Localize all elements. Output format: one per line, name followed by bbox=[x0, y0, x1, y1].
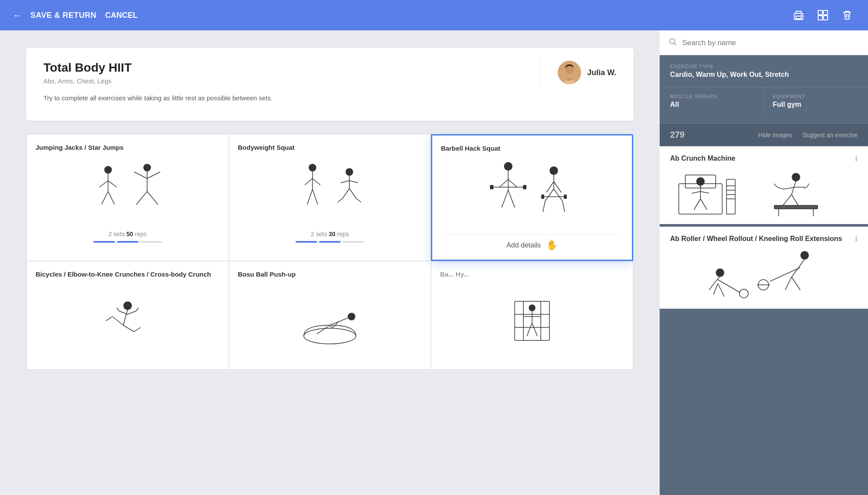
muscle-groups-value: All bbox=[670, 101, 755, 109]
svg-point-114 bbox=[716, 269, 724, 277]
cancel-button[interactable]: CANCEL bbox=[105, 11, 138, 20]
header-left: ← SAVE & RETURN CANCEL bbox=[13, 10, 778, 20]
svg-line-102 bbox=[783, 195, 792, 205]
filter-section: EXERCISE TYPE Cardio, Warm Up, Work Out,… bbox=[660, 55, 868, 88]
exercise-name: Bosu Ball Push-up bbox=[238, 270, 422, 279]
hide-images-button[interactable]: Hide images bbox=[758, 132, 792, 139]
svg-point-2 bbox=[801, 15, 802, 16]
svg-rect-47 bbox=[541, 195, 544, 199]
svg-line-97 bbox=[700, 199, 707, 210]
svg-point-98 bbox=[792, 173, 800, 181]
exercise-count: 279 bbox=[670, 130, 684, 140]
svg-line-80 bbox=[527, 323, 532, 336]
exercise-illustration bbox=[238, 157, 422, 226]
hand-icon: ✋ bbox=[546, 240, 558, 251]
svg-line-42 bbox=[502, 190, 508, 208]
svg-line-41 bbox=[508, 179, 517, 187]
trash-icon[interactable] bbox=[839, 7, 855, 23]
workout-card: Total Body HIIT Abs, Arms, Chest, Legs bbox=[26, 48, 634, 121]
exercise-grid: Jumping Jacks / Star Jumps bbox=[26, 134, 634, 370]
exercise-illustration bbox=[36, 284, 220, 353]
exercise-bars bbox=[238, 241, 422, 243]
svg-line-103 bbox=[792, 195, 798, 205]
svg-line-54 bbox=[562, 201, 565, 212]
svg-line-51 bbox=[545, 189, 554, 201]
svg-line-68 bbox=[317, 325, 330, 334]
equipment-label: EQUIPMENT bbox=[773, 94, 858, 99]
svg-line-29 bbox=[341, 181, 349, 183]
svg-point-55 bbox=[124, 302, 132, 310]
exercise-card[interactable]: Ba... Hy... bbox=[431, 261, 633, 370]
exercise-illustration bbox=[36, 157, 220, 226]
suggest-exercise-button[interactable]: Suggest an exercise bbox=[802, 132, 858, 139]
exercise-stats: 2 sets 50 reps bbox=[36, 231, 220, 238]
svg-line-34 bbox=[356, 198, 361, 202]
svg-point-21 bbox=[309, 164, 316, 171]
exercise-bars bbox=[36, 241, 220, 243]
svg-line-18 bbox=[147, 172, 160, 178]
svg-line-116 bbox=[718, 284, 724, 297]
add-details-row[interactable]: Add details ✋ bbox=[441, 234, 623, 251]
print-icon[interactable] bbox=[791, 7, 806, 23]
add-details-label: Add details bbox=[506, 241, 541, 249]
svg-rect-38 bbox=[490, 185, 493, 189]
svg-point-15 bbox=[144, 164, 151, 171]
svg-point-107 bbox=[801, 251, 809, 259]
svg-line-20 bbox=[147, 191, 158, 205]
svg-line-60 bbox=[134, 327, 141, 332]
svg-line-31 bbox=[343, 188, 349, 198]
exercise-type-label: EXERCISE TYPE bbox=[670, 64, 858, 69]
exercise-card[interactable]: Jumping Jacks / Star Jumps bbox=[26, 134, 229, 261]
info-icon[interactable]: ℹ bbox=[855, 235, 858, 243]
muscle-groups-label: MUSCLE GROUPS bbox=[670, 94, 755, 99]
exercise-illustration bbox=[440, 284, 624, 353]
svg-point-27 bbox=[346, 168, 353, 175]
svg-line-58 bbox=[106, 317, 112, 321]
svg-line-43 bbox=[508, 190, 515, 208]
exercise-card[interactable]: Bosu Ball Push-up bbox=[229, 261, 431, 370]
workout-title-section: Total Body HIIT Abs, Arms, Chest, Legs bbox=[43, 61, 132, 85]
svg-point-9 bbox=[105, 166, 112, 173]
grid-icon[interactable] bbox=[815, 7, 831, 23]
svg-point-66 bbox=[348, 313, 355, 320]
exercise-card-highlighted[interactable]: Barbell Hack Squat bbox=[431, 134, 633, 261]
info-icon[interactable]: ℹ bbox=[855, 155, 858, 163]
back-arrow-icon[interactable]: ← bbox=[13, 10, 22, 20]
svg-rect-39 bbox=[523, 185, 526, 189]
exercise-item-image bbox=[660, 168, 868, 224]
avatar bbox=[558, 61, 581, 84]
svg-line-56 bbox=[123, 310, 128, 325]
workout-title: Total Body HIIT bbox=[43, 61, 132, 75]
svg-line-24 bbox=[312, 178, 320, 185]
svg-line-64 bbox=[136, 308, 138, 311]
svg-line-32 bbox=[338, 198, 343, 202]
svg-line-52 bbox=[543, 201, 545, 212]
svg-line-61 bbox=[119, 311, 128, 314]
main-layout: Total Body HIIT Abs, Arms, Chest, Legs bbox=[0, 30, 868, 495]
exercise-count-row: 279 Hide images Suggest an exercise bbox=[660, 124, 868, 146]
svg-line-26 bbox=[312, 189, 318, 205]
save-return-button[interactable]: SAVE & RETURN bbox=[30, 11, 96, 20]
exercise-illustration bbox=[238, 284, 422, 353]
trainer-name: Julia W. bbox=[587, 68, 616, 77]
left-panel: Total Body HIIT Abs, Arms, Chest, Legs bbox=[0, 30, 660, 495]
header-icons bbox=[791, 7, 855, 23]
svg-point-76 bbox=[529, 305, 535, 311]
svg-line-17 bbox=[134, 172, 147, 178]
svg-line-11 bbox=[99, 181, 108, 187]
list-item[interactable]: Ab Crunch Machine ℹ bbox=[660, 146, 868, 224]
svg-line-81 bbox=[532, 323, 537, 336]
search-input[interactable] bbox=[682, 39, 859, 47]
exercise-card[interactable]: Bodyweight Squat bbox=[229, 134, 431, 261]
list-item[interactable]: Ab Roller / Wheel Rollout / Kneeling Rol… bbox=[660, 227, 868, 309]
search-container bbox=[660, 30, 868, 55]
svg-line-12 bbox=[108, 181, 117, 187]
svg-line-25 bbox=[307, 189, 312, 205]
muscle-groups-col: MUSCLE GROUPS All bbox=[670, 88, 764, 115]
svg-point-82 bbox=[670, 39, 675, 44]
count-actions: Hide images Suggest an exercise bbox=[758, 132, 858, 139]
svg-line-67 bbox=[330, 318, 348, 325]
exercise-card[interactable]: Bicycles / Elbow-to-Knee Crunches / Cros… bbox=[26, 261, 229, 370]
svg-line-30 bbox=[349, 181, 358, 183]
header: ← SAVE & RETURN CANCEL bbox=[0, 0, 868, 30]
